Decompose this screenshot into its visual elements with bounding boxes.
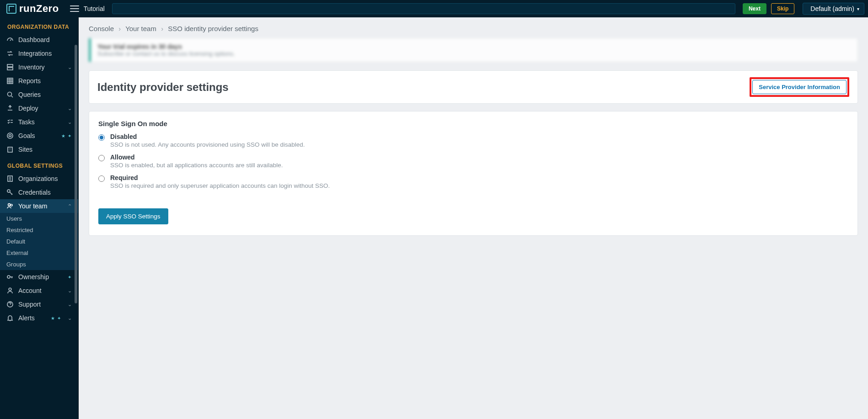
sidebar-item-alerts[interactable]: Alerts ★ ✦ ⌄ (0, 311, 78, 325)
breadcrumb-current: SSO identity provider settings (168, 25, 258, 32)
sidebar-sub-restricted[interactable]: Restricted (0, 224, 78, 236)
chevron-down-icon: ⌄ (68, 288, 72, 294)
sso-option-disabled[interactable]: Disabled SSO is not used. Any accounts p… (98, 133, 848, 148)
svg-point-4 (8, 92, 12, 96)
sidebar-item-support[interactable]: Support ⌄ (0, 297, 78, 311)
nav-toggle-icon[interactable] (70, 5, 79, 12)
sidebar-item-label: Your team (18, 202, 47, 210)
sidebar-item-label: Organizations (18, 175, 58, 182)
chevron-up-icon: ⌃ (68, 203, 72, 209)
sidebar: ORGANIZATION DATA Dashboard Integrations… (0, 17, 79, 419)
stars-icon: ★ ✦ (51, 316, 61, 321)
radio-label: Required (110, 174, 330, 181)
radio-label: Disabled (110, 133, 305, 140)
svg-rect-3 (7, 78, 13, 84)
sidebar-item-label: Support (18, 301, 41, 308)
service-provider-info-button[interactable]: Service Provider Information (752, 80, 847, 94)
sidebar-item-your-team[interactable]: Your team ⌃ (0, 199, 78, 213)
chevron-down-icon: ⌄ (68, 302, 72, 308)
users-icon (6, 202, 14, 210)
sp-button-highlight: Service Provider Information (750, 77, 849, 97)
sidebar-item-queries[interactable]: Queries (0, 88, 78, 101)
svg-rect-1 (7, 64, 13, 67)
svg-point-13 (9, 288, 11, 291)
skip-button[interactable]: Skip (771, 3, 794, 14)
server-icon (6, 64, 14, 71)
sidebar-item-organizations[interactable]: Organizations (0, 172, 78, 186)
radio-disabled[interactable] (98, 134, 105, 141)
svg-point-10 (8, 204, 11, 206)
sidebar-item-reports[interactable]: Reports (0, 74, 78, 88)
swap-icon (6, 50, 14, 57)
chevron-right-icon: › (161, 25, 163, 32)
tutorial-label: Tutorial (84, 5, 105, 12)
sidebar-sub-groups[interactable]: Groups (0, 259, 78, 270)
panel-sso-mode: Single Sign On mode Disabled SSO is not … (89, 111, 858, 236)
org-switcher[interactable]: Default (admin) ▾ (803, 3, 864, 15)
section-header-org: ORGANIZATION DATA (0, 17, 78, 33)
svg-point-6 (9, 135, 11, 137)
radio-required[interactable] (98, 175, 105, 182)
logo-mark-icon (6, 4, 16, 14)
svg-point-5 (7, 133, 13, 138)
sidebar-item-account[interactable]: Account ⌄ (0, 284, 78, 297)
trial-banner: Your trial expires in 30 days Subscribe … (89, 38, 858, 62)
sidebar-item-label: Inventory (18, 64, 45, 71)
sso-option-required[interactable]: Required SSO is required and only superu… (98, 174, 848, 189)
radio-desc: SSO is required and only superuser appli… (110, 182, 330, 189)
target-icon (6, 132, 14, 139)
sidebar-item-label: Integrations (18, 50, 52, 57)
panel-idp-header: Identity provider settings Service Provi… (89, 70, 858, 104)
brand-logo[interactable]: runZero (0, 3, 65, 15)
help-icon (6, 301, 14, 308)
sidebar-item-credentials[interactable]: Credentials (0, 186, 78, 199)
sidebar-scrollbar[interactable] (75, 45, 77, 414)
sidebar-item-label: Tasks (18, 118, 35, 126)
topbar: runZero Tutorial Next Skip Default (admi… (0, 0, 868, 17)
page-title: Identity provider settings (97, 81, 229, 94)
sidebar-item-label: Goals (18, 132, 35, 139)
sidebar-item-integrations[interactable]: Integrations (0, 47, 78, 60)
sidebar-item-ownership[interactable]: Ownership ✦ (0, 270, 78, 284)
sidebar-item-label: Ownership (18, 273, 49, 281)
sidebar-item-label: Reports (18, 77, 41, 85)
sidebar-sub-users[interactable]: Users (0, 213, 78, 224)
sidebar-item-inventory[interactable]: Inventory ⌄ (0, 60, 78, 74)
chevron-down-icon: ⌄ (68, 119, 72, 125)
building-icon (6, 146, 14, 153)
breadcrumb-console[interactable]: Console (89, 25, 114, 32)
bell-icon (6, 314, 14, 322)
user-icon (6, 287, 14, 294)
org-switcher-label: Default (admin) (810, 5, 854, 12)
sidebar-item-dashboard[interactable]: Dashboard (0, 33, 78, 47)
sidebar-item-label: Dashboard (18, 36, 50, 43)
radio-allowed[interactable] (98, 155, 105, 161)
radio-label: Allowed (110, 154, 283, 161)
global-search-input[interactable] (112, 3, 735, 14)
sidebar-item-sites[interactable]: Sites (0, 143, 78, 156)
sidebar-sub-default[interactable]: Default (0, 236, 78, 247)
section-header-global: GLOBAL SETTINGS (0, 156, 78, 172)
sidebar-item-label: Queries (18, 91, 41, 98)
radio-desc: SSO is not used. Any accounts provisione… (110, 141, 305, 148)
star-icon: ✦ (68, 275, 72, 280)
grid-icon (6, 77, 14, 85)
main-content: Console › Your team › SSO identity provi… (79, 17, 868, 419)
gauge-icon (6, 36, 14, 43)
sidebar-item-label: Deploy (18, 105, 38, 112)
chevron-down-icon: ⌄ (68, 315, 72, 321)
sidebar-sub-external[interactable]: External (0, 247, 78, 259)
breadcrumb-team[interactable]: Your team (125, 25, 156, 32)
breadcrumb: Console › Your team › SSO identity provi… (89, 24, 858, 38)
brand-text: runZero (19, 3, 59, 15)
svg-rect-2 (7, 68, 13, 70)
next-button[interactable]: Next (743, 3, 766, 14)
sso-mode-title: Single Sign On mode (98, 120, 848, 127)
apply-sso-button[interactable]: Apply SSO Settings (98, 208, 168, 224)
sso-option-allowed[interactable]: Allowed SSO is enabled, but all applicat… (98, 154, 848, 169)
sidebar-item-tasks[interactable]: Tasks ⌄ (0, 115, 78, 129)
sidebar-item-deploy[interactable]: Deploy ⌄ (0, 101, 78, 115)
svg-point-12 (7, 276, 10, 278)
sidebar-item-goals[interactable]: Goals ★ ✦ (0, 129, 78, 143)
radio-desc: SSO is enabled, but all applications acc… (110, 162, 283, 169)
